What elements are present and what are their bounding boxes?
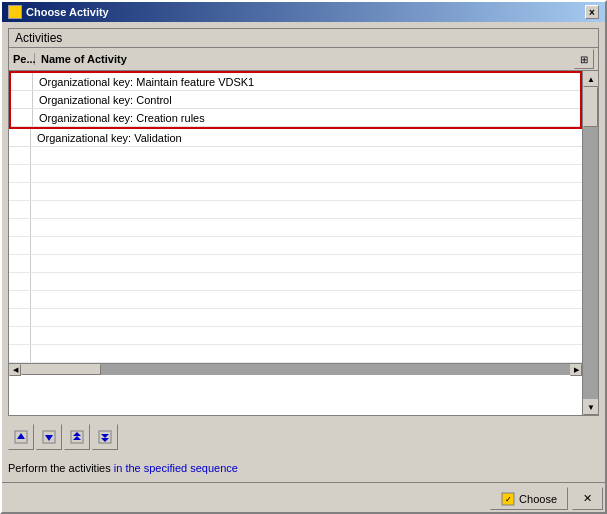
row-pe-1 xyxy=(11,73,33,90)
table-row-empty xyxy=(9,165,582,183)
move-up-button[interactable] xyxy=(8,424,34,450)
move-top-button[interactable] xyxy=(64,424,90,450)
table-row[interactable]: Organizational key: Maintain feature VDS… xyxy=(11,73,580,91)
table-row-empty xyxy=(9,147,582,165)
col-header-pe: Pe... xyxy=(13,53,35,65)
row-pe-4 xyxy=(9,129,31,146)
status-text: Perform the activities in the specified … xyxy=(8,458,599,476)
table-row[interactable]: Organizational key: Validation xyxy=(9,129,582,147)
choose-icon: ✓ xyxy=(501,492,515,506)
move-bottom-button[interactable] xyxy=(92,424,118,450)
table-row-empty xyxy=(9,237,582,255)
move-down-icon xyxy=(41,429,57,445)
cancel-button[interactable]: ✕ xyxy=(572,487,603,510)
table-row-empty xyxy=(9,255,582,273)
table-rows: Organizational key: Maintain feature VDS… xyxy=(9,71,582,415)
status-text-highlight: in the specified sequence xyxy=(114,462,238,474)
move-top-icon xyxy=(69,429,85,445)
toolbar-area xyxy=(8,420,599,454)
selected-rows-group: Organizational key: Maintain feature VDS… xyxy=(9,71,582,129)
table-row-empty xyxy=(9,183,582,201)
title-bar-left: ⚡ Choose Activity xyxy=(8,5,109,19)
scroll-up-button[interactable]: ▲ xyxy=(583,71,598,87)
row-name-3: Organizational key: Creation rules xyxy=(33,112,580,124)
row-name-4: Organizational key: Validation xyxy=(31,132,582,144)
title-bar: ⚡ Choose Activity × xyxy=(2,2,605,22)
move-up-icon xyxy=(13,429,29,445)
row-name-2: Organizational key: Control xyxy=(33,94,580,106)
activities-group: Activities Pe... Name of Activity ⊞ Orga… xyxy=(8,28,599,416)
col-header-name: Name of Activity xyxy=(35,53,574,65)
scroll-h-track[interactable] xyxy=(21,364,570,375)
choose-label: Choose xyxy=(519,493,557,505)
table-row-empty xyxy=(9,219,582,237)
button-bar: ✓ Choose ✕ xyxy=(2,482,605,512)
horizontal-scrollbar[interactable]: ◀ ▶ xyxy=(9,363,582,375)
scroll-h-thumb[interactable] xyxy=(21,364,101,375)
scroll-v-thumb[interactable] xyxy=(583,87,598,127)
dialog-window: ⚡ Choose Activity × Activities Pe... Nam… xyxy=(0,0,607,514)
table-row-empty xyxy=(9,201,582,219)
row-name-1: Organizational key: Maintain feature VDS… xyxy=(33,76,580,88)
table-row[interactable]: Organizational key: Creation rules xyxy=(11,109,580,127)
scroll-left-button[interactable]: ◀ xyxy=(9,364,21,376)
svg-text:✓: ✓ xyxy=(505,495,512,504)
move-down-button[interactable] xyxy=(36,424,62,450)
status-text-before: Perform the activities xyxy=(8,462,114,474)
scroll-down-button[interactable]: ▼ xyxy=(583,399,598,415)
window-title: Choose Activity xyxy=(26,6,109,18)
table-row-empty xyxy=(9,291,582,309)
move-bottom-icon xyxy=(97,429,113,445)
row-pe-2 xyxy=(11,91,33,108)
scroll-right-button[interactable]: ▶ xyxy=(570,364,582,376)
cancel-label: ✕ xyxy=(583,492,592,505)
table-row-empty xyxy=(9,273,582,291)
choose-button[interactable]: ✓ Choose xyxy=(490,487,568,510)
column-config-icon[interactable]: ⊞ xyxy=(574,49,594,69)
table-row-empty xyxy=(9,327,582,345)
vertical-scrollbar[interactable]: ▲ ▼ xyxy=(582,71,598,415)
group-label: Activities xyxy=(9,29,598,48)
table-row-empty xyxy=(9,309,582,327)
close-button[interactable]: × xyxy=(585,5,599,19)
window-content: Activities Pe... Name of Activity ⊞ Orga… xyxy=(2,22,605,482)
scroll-v-track[interactable] xyxy=(583,87,598,399)
window-icon: ⚡ xyxy=(8,5,22,19)
table-header: Pe... Name of Activity ⊞ xyxy=(9,48,598,71)
table-body: Organizational key: Maintain feature VDS… xyxy=(9,71,598,415)
row-pe-3 xyxy=(11,109,33,126)
table-row[interactable]: Organizational key: Control xyxy=(11,91,580,109)
table-row-empty xyxy=(9,345,582,363)
